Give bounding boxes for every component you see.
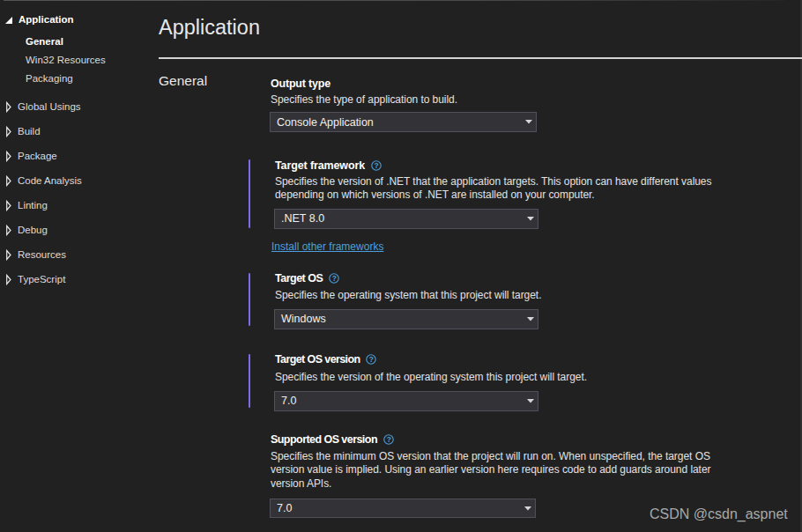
svg-text:?: ? — [387, 435, 391, 444]
svg-text:?: ? — [369, 355, 374, 364]
svg-text:?: ? — [375, 161, 379, 170]
svg-text:?: ? — [332, 274, 337, 283]
